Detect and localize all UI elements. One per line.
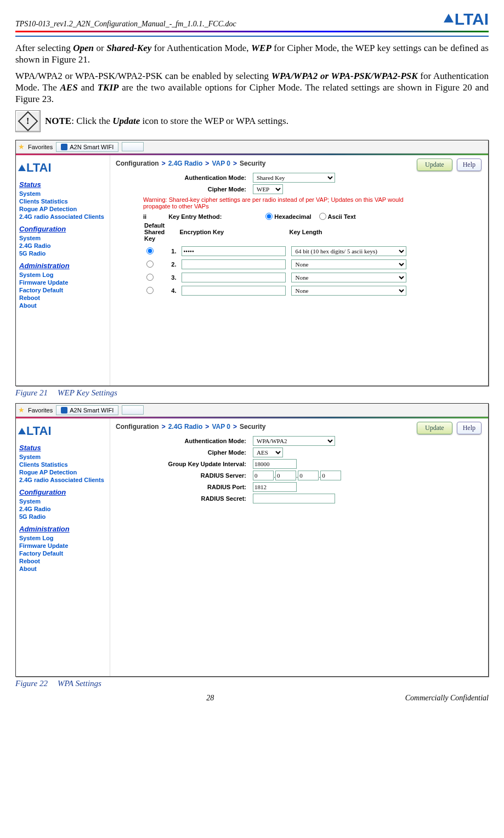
para-2: WPA/WPA2 or WPA-PSK/WPA2-PSK can be enab… — [15, 70, 489, 105]
cipher-mode-label: Cipher Mode: — [116, 186, 253, 192]
help-button[interactable]: Help — [457, 422, 482, 434]
update-button[interactable]: Update — [417, 158, 452, 171]
sidebar-item-assoc[interactable]: 2.4G radio Associated Clients — [16, 476, 110, 484]
sidebar-item-system2[interactable]: System — [16, 234, 110, 242]
radius-server-label: RADIUS Server: — [116, 472, 253, 479]
rainbow-rule — [15, 31, 489, 32]
sidebar-item-clients[interactable]: Clients Statistics — [16, 197, 110, 205]
favorites-label: Favorites — [28, 407, 53, 414]
key3-len-select[interactable]: None — [291, 273, 406, 282]
auth-mode-select[interactable]: Shared Key — [253, 173, 335, 183]
gkui-input[interactable] — [253, 459, 297, 469]
favorites-label: Favorites — [28, 144, 53, 150]
col-keylen: Key Length — [289, 221, 409, 244]
warning-text: Warning: Shared-key cipher settings are … — [143, 196, 428, 210]
sidebar-item-fw[interactable]: Firmware Update — [16, 542, 110, 550]
sidebar-item-about[interactable]: About — [16, 565, 110, 573]
sidebar-item-factory[interactable]: Factory Default — [16, 286, 110, 294]
sidebar-item-fw[interactable]: Firmware Update — [16, 279, 110, 286]
key-row-3: 3. None — [144, 271, 409, 284]
note-text: NOTE: Click the Update icon to store the… — [45, 116, 288, 127]
key-row-4: 4. None — [144, 285, 409, 297]
col-defaultkey: DefaultSharedKey — [144, 221, 168, 244]
note-icon: ! — [15, 110, 41, 132]
key3-input[interactable] — [182, 273, 286, 282]
figure-21-screenshot: ★ Favorites A2N Smart WIFI LTAI Status S… — [15, 140, 489, 386]
key1-input[interactable] — [182, 246, 286, 256]
cipher-mode-select[interactable]: WEP — [253, 184, 283, 194]
key-row-2: 2. None — [144, 258, 409, 270]
radius-ip-3[interactable] — [298, 471, 319, 480]
key2-radio[interactable] — [146, 261, 154, 268]
new-tab-button[interactable] — [122, 142, 144, 151]
browser-tab[interactable]: A2N Smart WIFI — [56, 405, 118, 415]
figure-21-caption: Figure 21WEP Key Settings — [15, 388, 489, 398]
page-number: 28 — [206, 694, 214, 703]
doc-filename: TPS10-013_rev1.2_A2N_Configuration_Manua… — [15, 20, 236, 29]
key-entry-label: Key Entry Method: — [168, 213, 222, 220]
sidebar-config-head: Configuration — [16, 220, 110, 234]
confidential-label: Commercially Confidential — [405, 694, 489, 703]
altai-logo: LTAI — [444, 10, 489, 29]
radius-port-label: RADIUS Port: — [116, 484, 253, 490]
auth-mode-label: Authentication Mode: — [116, 438, 253, 444]
sidebar-item-rogue[interactable]: Rogue AP Detection — [16, 468, 110, 476]
sidebar-item-clients[interactable]: Clients Statistics — [16, 461, 110, 468]
browser-tab[interactable]: A2N Smart WIFI — [56, 142, 118, 152]
sidebar-item-5g[interactable]: 5G Radio — [16, 250, 110, 257]
key4-radio[interactable] — [146, 287, 154, 294]
key1-radio[interactable] — [146, 247, 154, 254]
new-tab-button[interactable] — [122, 405, 144, 415]
cipher-mode-label: Cipher Mode: — [116, 449, 253, 456]
sidebar-item-about[interactable]: About — [16, 302, 110, 309]
update-button[interactable]: Update — [417, 422, 452, 434]
sidebar-admin-head: Administration — [16, 520, 110, 534]
sidebar-item-reboot[interactable]: Reboot — [16, 557, 110, 565]
key-row-1: 1. 64 bit (10 hex digits/ 5 ascii keys) — [144, 245, 409, 257]
sidebar-logo: LTAI — [16, 421, 110, 439]
para-1: After selecting Open or Shared-Key for A… — [15, 42, 489, 66]
star-icon: ★ — [18, 406, 25, 414]
key2-input[interactable] — [182, 259, 286, 269]
help-button[interactable]: Help — [457, 158, 482, 171]
key4-len-select[interactable]: None — [291, 286, 406, 296]
figure-22-screenshot: ★ Favorites A2N Smart WIFI LTAI Status S… — [15, 403, 489, 677]
radius-ip-1[interactable] — [253, 471, 274, 480]
gkui-label: Group Key Update Interval: — [116, 461, 253, 467]
sidebar-item-system2[interactable]: System — [16, 497, 110, 505]
sidebar-item-syslog[interactable]: System Log — [16, 271, 110, 279]
sidebar-item-system[interactable]: System — [16, 453, 110, 461]
radius-secret-label: RADIUS Secret: — [116, 495, 253, 502]
auth-mode-label: Authentication Mode: — [116, 174, 253, 181]
radius-port-input[interactable] — [253, 482, 297, 492]
sidebar-item-system[interactable]: System — [16, 190, 110, 197]
radius-ip-2[interactable] — [275, 471, 296, 480]
hex-radio[interactable]: Hexadecimal — [265, 213, 311, 220]
cipher-mode-select[interactable]: AES — [253, 448, 283, 457]
blue-rule — [15, 36, 489, 37]
key4-input[interactable] — [182, 286, 286, 296]
sidebar-logo: LTAI — [16, 157, 110, 176]
figure-22-caption: Figure 22WPA Settings — [15, 679, 489, 688]
sidebar-item-5g[interactable]: 5G Radio — [16, 513, 110, 520]
key2-len-select[interactable]: None — [291, 259, 406, 269]
sidebar-item-24g[interactable]: 2.4G Radio — [16, 242, 110, 250]
sidebar-item-rogue[interactable]: Rogue AP Detection — [16, 205, 110, 213]
sidebar-item-24g[interactable]: 2.4G Radio — [16, 505, 110, 513]
tab-icon — [61, 144, 67, 150]
col-enckey: Encryption Key — [179, 221, 288, 244]
key1-len-select[interactable]: 64 bit (10 hex digits/ 5 ascii keys) — [291, 246, 406, 256]
sidebar-item-factory[interactable]: Factory Default — [16, 550, 110, 557]
sidebar-item-assoc[interactable]: 2.4G radio Associated Clients — [16, 213, 110, 220]
sidebar-config-head: Configuration — [16, 484, 110, 497]
sidebar-item-reboot[interactable]: Reboot — [16, 294, 110, 302]
key3-radio[interactable] — [146, 274, 154, 281]
sidebar-item-syslog[interactable]: System Log — [16, 534, 110, 542]
sidebar-status-head: Status — [16, 439, 110, 453]
star-icon: ★ — [18, 143, 25, 151]
radius-secret-input[interactable] — [253, 494, 335, 503]
radius-ip-4[interactable] — [320, 471, 341, 480]
tab-icon — [61, 407, 67, 414]
auth-mode-select[interactable]: WPA/WPA2 — [253, 436, 335, 446]
ascii-radio[interactable]: Ascii Text — [319, 213, 356, 220]
